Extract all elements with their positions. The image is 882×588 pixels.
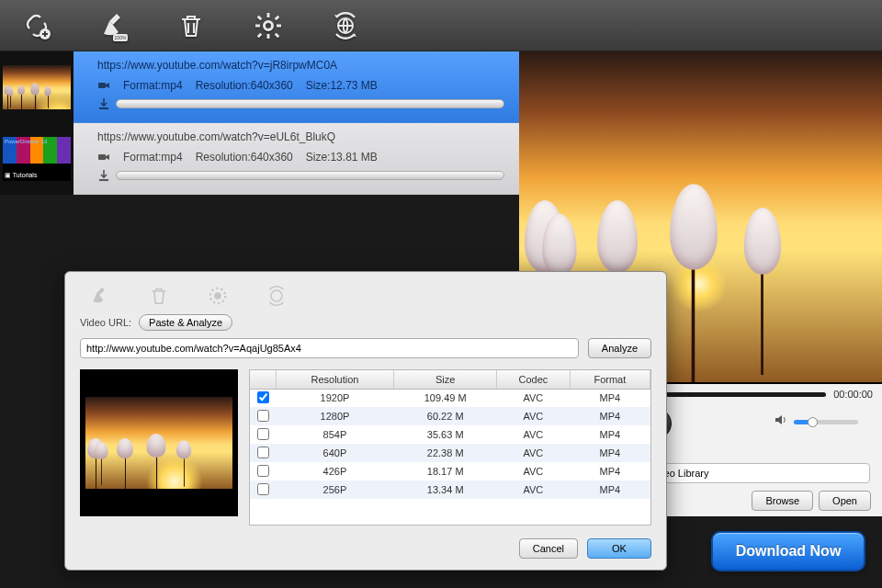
cell-format: MP4 xyxy=(570,407,650,425)
table-row[interactable]: 426P18.17 MAVCMP4 xyxy=(250,462,650,481)
resolution-label: Resolution:640x360 xyxy=(196,151,293,164)
table-row[interactable]: 854P35.63 MAVCMP4 xyxy=(250,425,650,444)
svg-rect-12 xyxy=(98,83,106,88)
svg-rect-5 xyxy=(255,24,260,27)
svg-text:100%: 100% xyxy=(115,35,127,40)
globe-refresh-icon xyxy=(266,285,291,311)
cell-size: 18.17 M xyxy=(394,462,497,481)
table-row[interactable]: 640P22.38 MAVCMP4 xyxy=(250,444,650,462)
cell-resolution: 640P xyxy=(276,444,394,462)
resolution-label: Resolution:640x360 xyxy=(196,79,293,92)
download-icon xyxy=(97,97,110,110)
analyze-dialog: Video URL: Paste & Analyze Analyze Resol… xyxy=(64,271,667,571)
cell-codec: AVC xyxy=(496,462,570,481)
timestamp: 00:00:00 xyxy=(833,389,873,400)
cell-resolution: 1920P xyxy=(276,389,394,407)
row-checkbox[interactable] xyxy=(257,465,269,477)
add-link-icon[interactable] xyxy=(17,6,57,46)
row-checkbox[interactable] xyxy=(257,410,269,422)
globe-refresh-icon[interactable] xyxy=(325,6,366,46)
row-checkbox[interactable] xyxy=(257,447,269,458)
dialog-thumbnail xyxy=(80,369,238,516)
row-checkbox[interactable] xyxy=(257,391,269,403)
volume-icon[interactable] xyxy=(774,413,788,431)
svg-point-21 xyxy=(214,292,221,300)
video-url-label: Video URL: xyxy=(80,317,131,328)
cell-format: MP4 xyxy=(570,481,650,499)
camera-icon xyxy=(97,151,110,164)
cell-codec: AVC xyxy=(496,425,570,444)
svg-rect-9 xyxy=(275,15,280,20)
resolution-table: Resolution Size Codec Format 1920P109.49… xyxy=(249,369,651,526)
cell-format: MP4 xyxy=(570,462,650,481)
svg-rect-3 xyxy=(267,13,270,17)
download-url: https://www.youtube.com/watch?v=jR8irpwM… xyxy=(97,59,504,72)
table-row[interactable]: 256P13.34 MAVCMP4 xyxy=(250,481,650,499)
cell-size: 35.63 M xyxy=(394,425,497,444)
clean-icon[interactable]: 100% xyxy=(94,6,134,46)
col-codec[interactable]: Codec xyxy=(496,370,570,389)
cell-resolution: 854P xyxy=(276,425,394,444)
cell-codec: AVC xyxy=(496,407,570,425)
svg-rect-14 xyxy=(98,154,106,160)
cell-size: 60.22 M xyxy=(394,407,497,425)
video-url-input[interactable] xyxy=(80,338,579,358)
download-list: PowerDirector 13 ▣ Tutorials https://www… xyxy=(0,51,519,195)
svg-rect-6 xyxy=(277,24,281,27)
cancel-button[interactable]: Cancel xyxy=(519,538,578,559)
analyze-button[interactable]: Analyze xyxy=(588,338,651,358)
cell-codec: AVC xyxy=(496,481,570,499)
trash-icon[interactable] xyxy=(171,6,211,46)
svg-rect-7 xyxy=(257,15,263,20)
progress-bar xyxy=(116,99,504,108)
svg-point-23 xyxy=(271,290,282,301)
download-thumb[interactable]: PowerDirector 13 ▣ Tutorials xyxy=(0,123,74,195)
download-icon xyxy=(97,169,110,182)
size-label: Size:13.81 MB xyxy=(306,151,378,164)
cell-resolution: 1280P xyxy=(276,407,394,425)
cell-codec: AVC xyxy=(496,444,570,462)
camera-icon xyxy=(97,79,110,92)
table-row[interactable]: 1280P60.22 MAVCMP4 xyxy=(250,407,650,425)
volume-slider[interactable] xyxy=(794,420,858,424)
download-item[interactable]: https://www.youtube.com/watch?v=jR8irpwM… xyxy=(74,51,519,123)
cell-format: MP4 xyxy=(570,444,650,462)
cell-format: MP4 xyxy=(570,389,650,407)
dialog-ghost-toolbar xyxy=(89,285,651,311)
browse-button[interactable]: Browse xyxy=(752,491,813,511)
cell-resolution: 256P xyxy=(276,481,394,499)
clean-icon xyxy=(89,285,115,311)
svg-rect-13 xyxy=(99,107,108,109)
cell-codec: AVC xyxy=(496,389,570,407)
settings-icon xyxy=(207,285,232,311)
download-url: https://www.youtube.com/watch?v=eUL6t_Bl… xyxy=(97,130,504,143)
cell-size: 22.38 M xyxy=(394,444,497,462)
table-row[interactable]: 1920P109.49 MAVCMP4 xyxy=(250,389,650,407)
download-item[interactable]: https://www.youtube.com/watch?v=eUL6t_Bl… xyxy=(74,123,519,195)
col-format[interactable]: Format xyxy=(570,370,650,389)
format-label: Format:mp4 xyxy=(123,79,183,92)
cell-size: 109.49 M xyxy=(394,389,497,407)
cell-format: MP4 xyxy=(570,425,650,444)
col-resolution[interactable]: Resolution xyxy=(276,370,394,389)
svg-rect-15 xyxy=(99,179,108,181)
paste-analyze-button[interactable]: Paste & Analyze xyxy=(139,314,232,331)
row-checkbox[interactable] xyxy=(257,428,269,440)
row-checkbox[interactable] xyxy=(257,483,269,495)
main-toolbar: 100% xyxy=(0,0,882,51)
cell-resolution: 426P xyxy=(276,462,394,481)
col-size[interactable]: Size xyxy=(394,370,497,389)
ok-button[interactable]: OK xyxy=(587,538,651,559)
open-button[interactable]: Open xyxy=(819,491,871,511)
cell-size: 13.34 M xyxy=(394,481,497,499)
svg-rect-8 xyxy=(275,32,280,38)
progress-bar xyxy=(116,171,504,180)
size-label: Size:12.73 MB xyxy=(306,79,378,92)
download-now-button[interactable]: Download Now xyxy=(711,531,865,571)
download-thumb[interactable] xyxy=(0,51,74,123)
format-label: Format:mp4 xyxy=(123,151,183,164)
col-check xyxy=(250,370,276,389)
trash-icon xyxy=(148,285,174,311)
settings-icon[interactable] xyxy=(248,6,288,46)
svg-rect-10 xyxy=(257,32,263,38)
